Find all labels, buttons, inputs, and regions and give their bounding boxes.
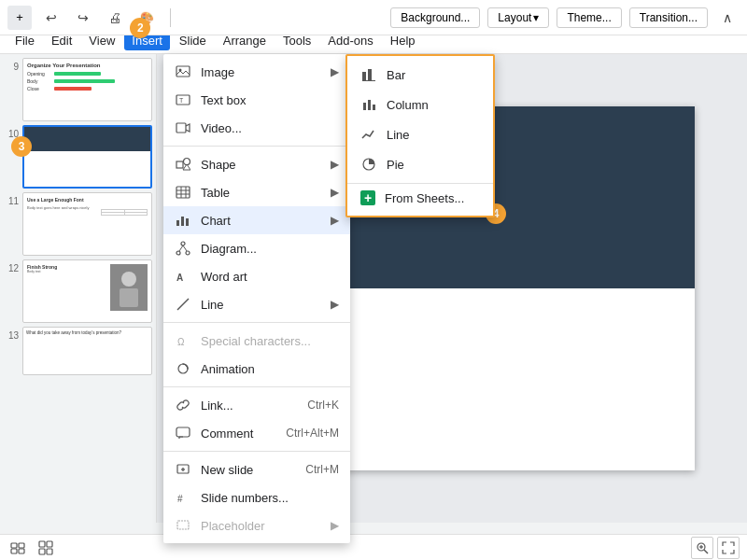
link-label: Link... <box>201 399 298 413</box>
slide-img-11[interactable]: Use a Large Enough Font Body text goes h… <box>22 192 152 256</box>
menu-item-image[interactable]: Image ▶ <box>163 58 350 86</box>
slide-thumb-13[interactable]: 13 What did you take away from today's p… <box>4 327 152 375</box>
svg-rect-9 <box>120 288 138 307</box>
undo-button[interactable]: ↩ <box>39 6 63 30</box>
menu-item-table[interactable]: Table ▶ <box>163 178 350 206</box>
placeholder-icon <box>175 517 191 534</box>
svg-rect-46 <box>368 100 371 110</box>
menu-item-newslide[interactable]: New slide Ctrl+M <box>163 455 350 483</box>
s9-title: Organize Your Presentation <box>27 63 148 68</box>
svg-rect-53 <box>39 541 45 547</box>
chart-item-line[interactable]: Line <box>347 119 493 149</box>
chart-item-bar[interactable]: Bar <box>347 60 493 90</box>
slide-img-13[interactable]: What did you take away from today's pres… <box>22 327 152 375</box>
slide-10-badge: 3 <box>11 136 32 157</box>
theme-button[interactable]: Theme... <box>557 7 621 28</box>
transition-button[interactable]: Transition... <box>629 7 708 28</box>
bar-chart-icon <box>360 66 377 83</box>
menu-item-slidenumbers[interactable]: # Slide numbers... <box>163 483 350 511</box>
menu-item-comment[interactable]: Comment Ctrl+Alt+M <box>163 419 350 447</box>
svg-line-58 <box>704 550 708 553</box>
video-icon <box>175 119 191 136</box>
link-shortcut: Ctrl+K <box>307 399 339 412</box>
slide-img-12[interactable]: Finish Strong Body text <box>22 259 152 323</box>
svg-rect-10 <box>176 66 190 77</box>
sheets-icon: + <box>360 190 375 205</box>
menu-item-diagram[interactable]: Diagram... <box>163 234 350 262</box>
svg-text:Ω: Ω <box>177 337 185 347</box>
s12-image <box>110 264 148 311</box>
menu-item-shape[interactable]: Shape ▶ <box>163 150 350 178</box>
menu-item-link[interactable]: Link... Ctrl+K <box>163 391 350 419</box>
newslide-label: New slide <box>201 463 296 477</box>
pie-chart-icon <box>360 156 377 173</box>
svg-point-28 <box>186 251 190 255</box>
menu-item-chart[interactable]: Chart ▶ <box>163 206 350 234</box>
layout-button[interactable]: Layout ▾ <box>487 7 549 28</box>
line-label: Line <box>201 298 321 312</box>
fit-screen-button[interactable] <box>717 537 740 559</box>
menu-divider-2 <box>163 322 350 323</box>
chart-from-sheets[interactable]: + From Sheets... <box>347 183 493 212</box>
layout-label: Layout <box>498 11 531 24</box>
menu-divider-4 <box>163 451 350 452</box>
chart-item-pie[interactable]: Pie <box>347 149 493 179</box>
bottom-right <box>691 537 740 559</box>
menu-item-animation[interactable]: Animation <box>163 355 350 383</box>
svg-rect-44 <box>362 80 375 81</box>
menu-item-wordart[interactable]: A Word art <box>163 262 350 290</box>
slide-num-13: 13 <box>4 327 19 341</box>
pie-label: Pie <box>387 158 404 172</box>
grid-view-button[interactable] <box>35 538 56 558</box>
canvas-toolbar: + ↩ ↪ 🖨 🎨 Background... Layout ▾ Theme..… <box>0 0 747 35</box>
shape-arrow: ▶ <box>331 158 339 171</box>
s9-label-close: Close <box>27 86 51 91</box>
insert-menu: Image ▶ T Text box Video... Shape ▶ Tabl… <box>163 54 350 543</box>
slide-img-9[interactable]: Organize Your Presentation Opening Body … <box>22 58 152 121</box>
background-button[interactable]: Background... <box>390 7 480 28</box>
print-button[interactable]: 🖨 <box>103 6 127 30</box>
slide-thumb-10[interactable]: 10 3 <box>4 125 152 189</box>
svg-rect-23 <box>176 220 179 226</box>
s11-title: Use a Large Enough Font <box>27 197 148 203</box>
svg-marker-17 <box>183 164 190 170</box>
column-chart-icon <box>360 96 377 113</box>
menu-item-video[interactable]: Video... <box>163 114 350 142</box>
chart-arrow: ▶ <box>331 214 339 227</box>
svg-line-32 <box>177 299 189 310</box>
svg-rect-50 <box>19 543 24 548</box>
s9-label-opening: Opening <box>27 71 51 77</box>
collapse-toolbar-button[interactable]: ∧ <box>715 6 740 30</box>
table-label: Table <box>201 186 321 200</box>
svg-rect-14 <box>176 123 186 133</box>
s13-text: What did you take away from today's pres… <box>26 330 148 335</box>
svg-text:#: # <box>177 494 183 504</box>
redo-button[interactable]: ↪ <box>71 6 95 30</box>
chart-item-column[interactable]: Column <box>347 90 493 119</box>
svg-rect-56 <box>47 549 52 554</box>
svg-rect-55 <box>39 549 45 554</box>
slide-img-10[interactable] <box>22 125 152 189</box>
animation-icon <box>175 360 191 377</box>
animation-label: Animation <box>201 362 339 376</box>
svg-rect-40 <box>177 521 189 529</box>
slide-thumb-12[interactable]: 12 Finish Strong Body text <box>4 259 152 323</box>
svg-rect-45 <box>363 103 366 110</box>
column-label: Column <box>387 98 429 112</box>
zoom-in-button[interactable] <box>691 537 713 559</box>
chart-submenu: Bar Column Line Pie + From Sheets... <box>345 54 495 217</box>
comment-shortcut: Ctrl+Alt+M <box>286 427 339 440</box>
bar-label: Bar <box>387 68 405 82</box>
svg-text:T: T <box>179 97 184 104</box>
comment-label: Comment <box>201 427 276 441</box>
menu-item-line[interactable]: Line ▶ <box>163 290 350 318</box>
svg-rect-35 <box>176 427 190 437</box>
slide-thumb-11[interactable]: 11 Use a Large Enough Font Body text goe… <box>4 192 152 256</box>
add-slide-button[interactable]: + <box>7 6 32 30</box>
filmstrip-view-button[interactable] <box>7 538 28 558</box>
sheets-plus: + <box>364 190 372 205</box>
slide-thumb-9[interactable]: 9 Organize Your Presentation Opening Bod… <box>4 58 152 121</box>
wordart-label: Word art <box>201 270 339 284</box>
menu-item-textbox[interactable]: T Text box <box>163 86 350 114</box>
slidenumbers-label: Slide numbers... <box>201 491 339 505</box>
